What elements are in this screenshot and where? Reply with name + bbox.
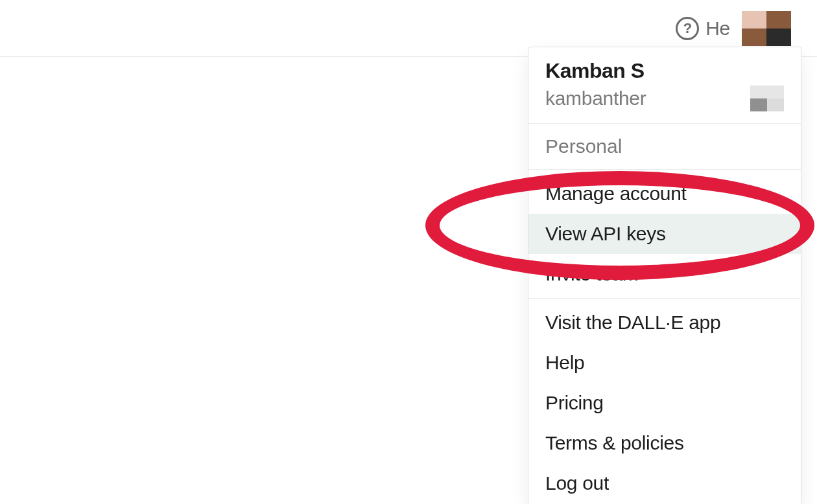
menu-group-account: Manage account View API keys Invite team: [528, 170, 801, 299]
account-display-name: Kamban S: [545, 59, 784, 83]
account-header: Kamban S kambanther: [528, 47, 801, 124]
menu-item-terms[interactable]: Terms & policies: [528, 423, 801, 463]
help-icon: ?: [676, 17, 699, 40]
menu-item-view-api-keys[interactable]: View API keys: [528, 214, 801, 254]
menu-item-logout[interactable]: Log out: [528, 463, 801, 503]
menu-item-invite-team[interactable]: Invite team: [528, 254, 801, 294]
menu-item-help[interactable]: Help: [528, 343, 801, 383]
user-dropdown: Kamban S kambanther Personal Manage acco…: [528, 47, 801, 504]
avatar[interactable]: [742, 11, 791, 46]
workspace-label: Personal: [528, 124, 801, 170]
help-label: He: [705, 17, 730, 40]
account-username: kambanther: [545, 87, 646, 109]
menu-group-links: Visit the DALL·E app Help Pricing Terms …: [528, 299, 801, 504]
menu-item-dalle-app[interactable]: Visit the DALL·E app: [528, 303, 801, 343]
account-avatar-small: [750, 86, 784, 111]
menu-item-pricing[interactable]: Pricing: [528, 383, 801, 423]
help-link[interactable]: ? He: [676, 17, 730, 40]
menu-item-manage-account[interactable]: Manage account: [528, 174, 801, 214]
